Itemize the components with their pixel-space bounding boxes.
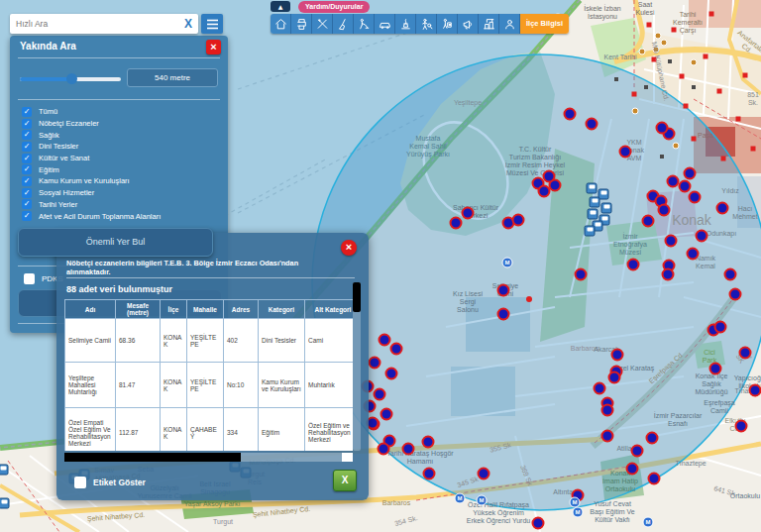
poi-marker[interactable] [379, 334, 391, 347]
poi-marker[interactable] [543, 170, 556, 183]
broom-button[interactable] [333, 14, 354, 34]
checkbox-checked-icon[interactable]: ✓ [22, 154, 32, 163]
poi-marker[interactable] [564, 108, 577, 121]
poi-marker[interactable] [724, 268, 737, 281]
category-item[interactable]: ✓Afet ve Acil Durum Toplanma Alanları [22, 210, 220, 222]
poi-marker[interactable] [714, 321, 727, 334]
pdks-checkbox[interactable] [24, 273, 35, 284]
poi-marker[interactable] [601, 430, 614, 443]
radius-slider[interactable] [20, 77, 121, 81]
search-input[interactable] [10, 19, 178, 29]
poi-marker[interactable] [594, 382, 606, 395]
poi-marker[interactable] [422, 436, 435, 449]
poi-marker[interactable] [631, 445, 644, 458]
table-row[interactable]: Özel Empati Özel Eğitim Ve Rehabilitasyo… [65, 408, 354, 452]
layer-menu-button[interactable] [201, 14, 223, 34]
category-item[interactable]: ✓Kültür ve Sanat [22, 153, 220, 164]
poi-marker[interactable] [642, 215, 655, 228]
monument-button[interactable] [395, 14, 416, 34]
metro-station-icon[interactable]: M [477, 495, 488, 506]
bus-stop-icon[interactable] [0, 498, 10, 509]
announcement-button[interactable] [458, 14, 479, 34]
find-important-place-button[interactable]: Önemli Yer Bul [18, 228, 213, 257]
popup-close-button[interactable]: × [341, 240, 357, 256]
poi-marker[interactable] [369, 357, 381, 370]
bus-stop-icon[interactable] [0, 465, 9, 476]
table-row[interactable]: Yeşiltepe Mahallesi Muhtarlığı81.47KONAK… [65, 363, 354, 408]
category-item[interactable]: ✓Nöbetçi Eczaneler [22, 118, 220, 130]
poi-marker[interactable] [646, 432, 659, 445]
poi-marker[interactable] [512, 214, 525, 227]
category-item[interactable]: ✓Eğitim [22, 163, 220, 175]
checkbox-checked-icon[interactable]: ✓ [22, 199, 32, 209]
poi-marker[interactable] [380, 408, 393, 421]
metro-station-icon[interactable]: M [643, 517, 654, 528]
poi-marker[interactable] [627, 259, 640, 271]
poi-marker[interactable] [689, 191, 702, 204]
poi-marker[interactable] [601, 404, 614, 417]
poi-marker[interactable] [478, 468, 490, 480]
vertical-scrollbar[interactable] [353, 282, 361, 451]
category-item[interactable]: ✓Tarihi Yerler [22, 199, 220, 211]
horizontal-scrollbar[interactable] [64, 453, 353, 462]
label-toggle-row[interactable]: Etiket Göster [74, 477, 146, 488]
poi-marker[interactable] [575, 268, 588, 281]
poi-marker[interactable] [385, 368, 398, 380]
category-item[interactable]: ✓Dini Tesisler [22, 141, 220, 153]
category-item[interactable]: ✓Sosyal Hizmetler [22, 187, 220, 199]
poi-marker[interactable] [735, 420, 748, 433]
tools-button[interactable] [312, 14, 333, 34]
poi-marker[interactable] [532, 517, 545, 530]
metro-station-icon[interactable]: M [455, 493, 466, 504]
checkbox-checked-icon[interactable]: ✓ [22, 188, 32, 198]
poi-marker[interactable] [648, 473, 661, 485]
checkbox-checked-icon[interactable]: ✓ [22, 164, 32, 174]
poi-marker[interactable] [749, 384, 761, 397]
poi-marker[interactable] [684, 167, 697, 180]
checkbox-checked-icon[interactable]: ✓ [22, 176, 32, 186]
bus-stop-icon[interactable] [587, 183, 598, 194]
poi-marker[interactable] [658, 204, 671, 217]
toolbar-collapse-button[interactable]: ▲ [271, 1, 290, 12]
poi-marker[interactable] [608, 372, 621, 384]
bus-stop-icon[interactable] [588, 209, 598, 220]
poi-marker[interactable] [679, 180, 692, 193]
table-row[interactable]: Selimiye Camii68.36KONAKYEŞİLTEPE402Dini… [65, 319, 354, 363]
label-toggle-checkbox[interactable] [74, 477, 86, 488]
checkbox-checked-icon[interactable]: ✓ [22, 107, 32, 117]
poi-marker[interactable] [729, 288, 742, 301]
poi-marker[interactable] [716, 202, 729, 215]
category-item[interactable]: ✓Sağlık [22, 129, 220, 141]
poi-marker[interactable] [586, 118, 598, 131]
bus-stop-icon[interactable] [585, 226, 596, 237]
search-clear-icon[interactable]: X [178, 14, 198, 34]
construction-button[interactable] [479, 14, 499, 34]
checkbox-checked-icon[interactable]: ✓ [22, 142, 32, 152]
checkbox-checked-icon[interactable]: ✓ [22, 119, 32, 129]
poi-marker[interactable] [662, 268, 675, 281]
poi-marker[interactable] [450, 217, 463, 230]
inspector-report-button[interactable] [437, 14, 458, 34]
category-item[interactable]: ✓Tümü [22, 106, 220, 118]
poi-marker[interactable] [497, 284, 510, 297]
poi-marker[interactable] [696, 230, 708, 243]
poi-marker[interactable] [656, 122, 669, 135]
checkbox-checked-icon[interactable]: ✓ [22, 130, 32, 140]
metro-station-icon[interactable]: M [573, 507, 584, 518]
help-announcements-button[interactable]: Yardım/Duyurular [298, 1, 370, 13]
poi-marker[interactable] [374, 388, 386, 401]
poi-marker[interactable] [619, 146, 632, 159]
inspector-search-button[interactable] [416, 14, 437, 34]
poi-marker[interactable] [611, 349, 624, 362]
poi-marker[interactable] [378, 443, 390, 456]
radius-value[interactable]: 540 metre [127, 68, 218, 87]
export-excel-button[interactable]: X [333, 470, 357, 491]
checkbox-checked-icon[interactable]: ✓ [22, 211, 32, 221]
poi-marker[interactable] [402, 443, 415, 456]
poi-marker[interactable] [687, 248, 700, 261]
printer-button[interactable] [291, 14, 312, 34]
poi-marker[interactable] [626, 463, 639, 476]
slider-handle[interactable] [66, 73, 77, 84]
poi-marker[interactable] [390, 343, 403, 356]
home-button[interactable] [271, 14, 291, 34]
